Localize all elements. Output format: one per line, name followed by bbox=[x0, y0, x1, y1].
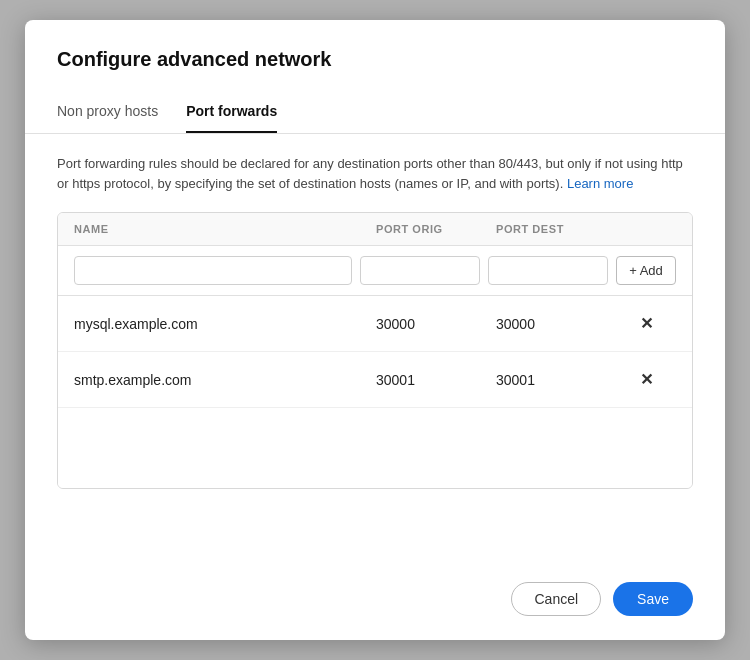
port-forwards-table: NAME PORT ORIG PORT DEST + Add mysql.exa… bbox=[57, 212, 693, 489]
col-port-dest-header: PORT DEST bbox=[496, 223, 616, 235]
row-2-name: smtp.example.com bbox=[74, 372, 376, 388]
col-action-header bbox=[616, 223, 676, 235]
tab-bar: Non proxy hosts Port forwards bbox=[25, 89, 725, 134]
col-name-header: NAME bbox=[74, 223, 376, 235]
port-dest-input[interactable] bbox=[488, 256, 608, 285]
tab-port-forwards[interactable]: Port forwards bbox=[186, 89, 277, 133]
table-header: NAME PORT ORIG PORT DEST bbox=[58, 213, 692, 246]
tab-non-proxy-hosts[interactable]: Non proxy hosts bbox=[57, 89, 158, 133]
modal-title: Configure advanced network bbox=[57, 48, 693, 71]
add-row: + Add bbox=[58, 246, 692, 296]
learn-more-link[interactable]: Learn more bbox=[567, 176, 633, 191]
configure-network-modal: Configure advanced network Non proxy hos… bbox=[25, 20, 725, 640]
row-1-port-dest: 30000 bbox=[496, 316, 616, 332]
empty-space bbox=[58, 408, 692, 488]
row-2-port-dest: 30001 bbox=[496, 372, 616, 388]
row-1-name: mysql.example.com bbox=[74, 316, 376, 332]
row-1-port-orig: 30000 bbox=[376, 316, 496, 332]
modal-footer: Cancel Save bbox=[25, 566, 725, 640]
cancel-button[interactable]: Cancel bbox=[511, 582, 601, 616]
save-button[interactable]: Save bbox=[613, 582, 693, 616]
description-text: Port forwarding rules should be declared… bbox=[57, 154, 693, 194]
row-2-port-orig: 30001 bbox=[376, 372, 496, 388]
name-input[interactable] bbox=[74, 256, 352, 285]
row-2-action: ✕ bbox=[616, 366, 676, 393]
table-row: mysql.example.com 30000 30000 ✕ bbox=[58, 296, 692, 352]
modal-header: Configure advanced network bbox=[25, 20, 725, 89]
add-button[interactable]: + Add bbox=[616, 256, 676, 285]
port-orig-input[interactable] bbox=[360, 256, 480, 285]
table-row: smtp.example.com 30001 30001 ✕ bbox=[58, 352, 692, 408]
row-2-delete-button[interactable]: ✕ bbox=[632, 366, 661, 393]
col-port-orig-header: PORT ORIG bbox=[376, 223, 496, 235]
row-1-delete-button[interactable]: ✕ bbox=[632, 310, 661, 337]
row-1-action: ✕ bbox=[616, 310, 676, 337]
modal-body: Port forwarding rules should be declared… bbox=[25, 134, 725, 566]
